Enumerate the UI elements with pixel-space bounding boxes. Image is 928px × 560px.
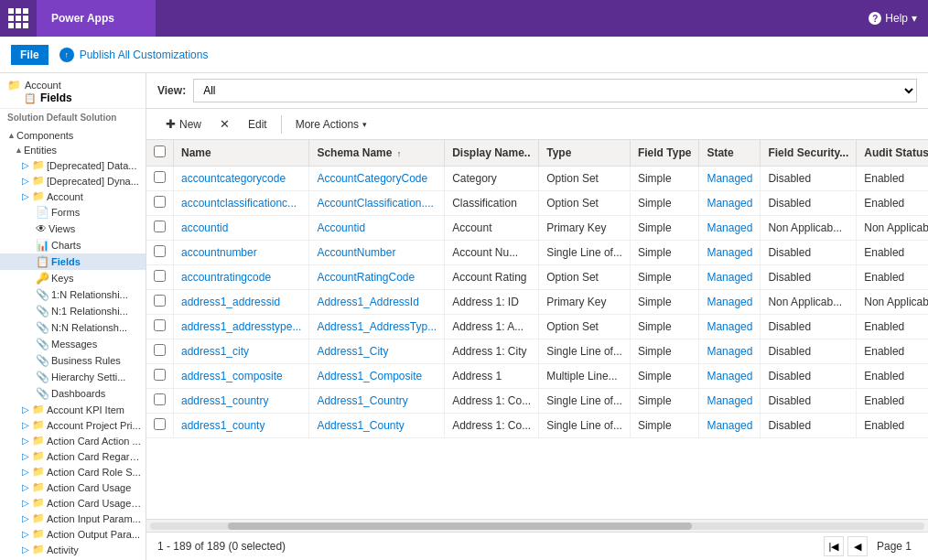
sidebar-item[interactable]: ▷📁Action Card Action ...	[0, 433, 146, 448]
sidebar-item[interactable]: ▷📁Action Card Regara...	[0, 448, 146, 464]
sidebar-item[interactable]: ▷📁Account Project Pri...	[0, 417, 146, 433]
row-checkbox[interactable]	[154, 418, 166, 430]
sidebar-item[interactable]: ▷📁Activity	[0, 542, 146, 557]
row-checkbox[interactable]	[154, 270, 166, 282]
new-button[interactable]: ✚ New	[157, 113, 210, 135]
cell-state: Managed	[699, 167, 761, 191]
sidebar-item[interactable]: 📎N:N Relationsh...	[0, 319, 146, 336]
cell-name[interactable]: address1_country	[174, 389, 309, 414]
cell-check[interactable]	[146, 364, 174, 389]
cell-name[interactable]: accountcategorycode	[174, 167, 309, 191]
sidebar-item[interactable]: 📊Charts	[0, 237, 146, 253]
row-checkbox[interactable]	[154, 393, 166, 405]
cell-name[interactable]: accountclassificationc...	[174, 191, 309, 216]
waffle-menu[interactable]	[0, 0, 37, 37]
row-checkbox[interactable]	[154, 295, 166, 307]
sidebar-item[interactable]: 📎1:N Relationshi...	[0, 286, 146, 303]
th-type[interactable]: Type	[539, 140, 631, 167]
cell-check[interactable]	[146, 339, 174, 364]
sidebar-item[interactable]: ▷📁[Deprecated] Data...	[0, 157, 146, 173]
th-state[interactable]: State	[699, 140, 761, 167]
cell-schema[interactable]: Address1_Country	[309, 389, 445, 414]
row-checkbox[interactable]	[154, 344, 166, 356]
edit-button[interactable]: Edit	[240, 113, 275, 135]
horizontal-scrollbar[interactable]	[146, 519, 928, 532]
sidebar-item[interactable]: 📎Hierarchy Setti...	[0, 369, 146, 385]
cell-check[interactable]	[146, 241, 174, 265]
prev-page-button[interactable]: ◀	[847, 536, 868, 556]
cell-name[interactable]: address1_addressid	[174, 290, 309, 315]
sidebar-item[interactable]: 📄Forms	[0, 204, 146, 221]
cell-check[interactable]	[146, 290, 174, 315]
th-display[interactable]: Display Name..	[445, 140, 539, 167]
th-fieldsecurity[interactable]: Field Security...	[761, 140, 857, 167]
sidebar-item[interactable]: 📎Business Rules	[0, 352, 146, 369]
cell-name[interactable]: address1_county	[174, 414, 309, 438]
th-schema[interactable]: Schema Name ↑	[309, 140, 445, 167]
delete-button[interactable]: ✕	[211, 113, 238, 135]
th-check[interactable]	[146, 140, 174, 167]
row-checkbox[interactable]	[154, 369, 166, 381]
sidebar-item[interactable]: ▷📁Action Card Role S...	[0, 464, 146, 479]
cell-name[interactable]: address1_addresstype...	[174, 315, 309, 339]
sidebar-item-entities[interactable]: ▲ Entities	[0, 143, 146, 157]
sidebar-item[interactable]: ▷📁Action Card Usage ...	[0, 495, 146, 511]
row-checkbox[interactable]	[154, 245, 166, 257]
cell-check[interactable]	[146, 216, 174, 241]
publish-button[interactable]: ↑ Publish All Customizations	[59, 48, 209, 62]
sidebar-item[interactable]: 📎Dashboards	[0, 385, 146, 402]
sidebar-item-components[interactable]: ▲ Components	[0, 128, 146, 143]
cell-check[interactable]	[146, 167, 174, 191]
cell-schema[interactable]: AccountClassification....	[309, 191, 445, 216]
cell-schema[interactable]: AccountRatingCode	[309, 265, 445, 290]
help-link[interactable]: ? Help ▾	[869, 12, 917, 25]
pagination-summary: 1 - 189 of 189 (0 selected)	[157, 540, 286, 553]
hscroll-track[interactable]	[150, 522, 924, 530]
cell-schema[interactable]: Address1_Composite	[309, 364, 445, 389]
sidebar-item[interactable]: ▷📁Action Output Para...	[0, 526, 146, 542]
cell-check[interactable]	[146, 414, 174, 438]
sidebar-item[interactable]: ▷📁Account	[0, 188, 146, 204]
view-select[interactable]: All Custom Customizable Managed Unmanage…	[193, 79, 917, 102]
sidebar-item[interactable]: ▷📁Action Input Param...	[0, 511, 146, 526]
hscroll-thumb[interactable]	[228, 522, 693, 530]
cell-check[interactable]	[146, 191, 174, 216]
cell-name[interactable]: accountnumber	[174, 241, 309, 265]
row-checkbox[interactable]	[154, 221, 166, 232]
row-checkbox[interactable]	[154, 196, 166, 208]
cell-schema[interactable]: Address1_AddressTyp...	[309, 315, 445, 339]
select-all-checkbox[interactable]	[154, 145, 166, 157]
first-page-button[interactable]: |◀	[824, 536, 844, 556]
sidebar-item[interactable]: 👁Views	[0, 221, 146, 237]
row-checkbox[interactable]	[154, 171, 166, 183]
sidebar-item[interactable]: 📎N:1 Relationshi...	[0, 303, 146, 319]
cell-schema[interactable]: AccountNumber	[309, 241, 445, 265]
sidebar-item[interactable]: ▷📁Action Card Usage	[0, 479, 146, 495]
row-checkbox[interactable]	[154, 319, 166, 331]
cell-name[interactable]: address1_composite	[174, 364, 309, 389]
more-actions-button[interactable]: More Actions ▾	[287, 113, 375, 135]
sidebar-item[interactable]: ▷📁[Deprecated] Dyna...	[0, 173, 146, 188]
cell-schema[interactable]: Address1_County	[309, 414, 445, 438]
sidebar-item[interactable]: 📎Messages	[0, 336, 146, 352]
cell-schema[interactable]: Address1_AddressId	[309, 290, 445, 315]
sidebar-item[interactable]: 🔑Keys	[0, 270, 146, 286]
cell-schema[interactable]: AccountCategoryCode	[309, 167, 445, 191]
cell-check[interactable]	[146, 315, 174, 339]
cell-fieldsecurity: Disabled	[761, 315, 857, 339]
sidebar-item[interactable]: 📋Fields	[0, 253, 146, 270]
cell-name[interactable]: address1_city	[174, 339, 309, 364]
th-fieldtype[interactable]: Field Type	[630, 140, 698, 167]
cell-name[interactable]: accountid	[174, 216, 309, 241]
cell-schema[interactable]: Accountid	[309, 216, 445, 241]
cell-check[interactable]	[146, 265, 174, 290]
cell-check[interactable]	[146, 389, 174, 414]
cell-display: Account Nu...	[445, 241, 539, 265]
file-button[interactable]: File	[11, 45, 49, 65]
th-name[interactable]: Name	[174, 140, 309, 167]
th-auditstatus[interactable]: Audit Status	[857, 140, 928, 167]
charts-icon: 📊	[36, 239, 49, 252]
cell-name[interactable]: accountratingcode	[174, 265, 309, 290]
sidebar-item[interactable]: ▷📁Account KPI Item	[0, 402, 146, 417]
cell-schema[interactable]: Address1_City	[309, 339, 445, 364]
